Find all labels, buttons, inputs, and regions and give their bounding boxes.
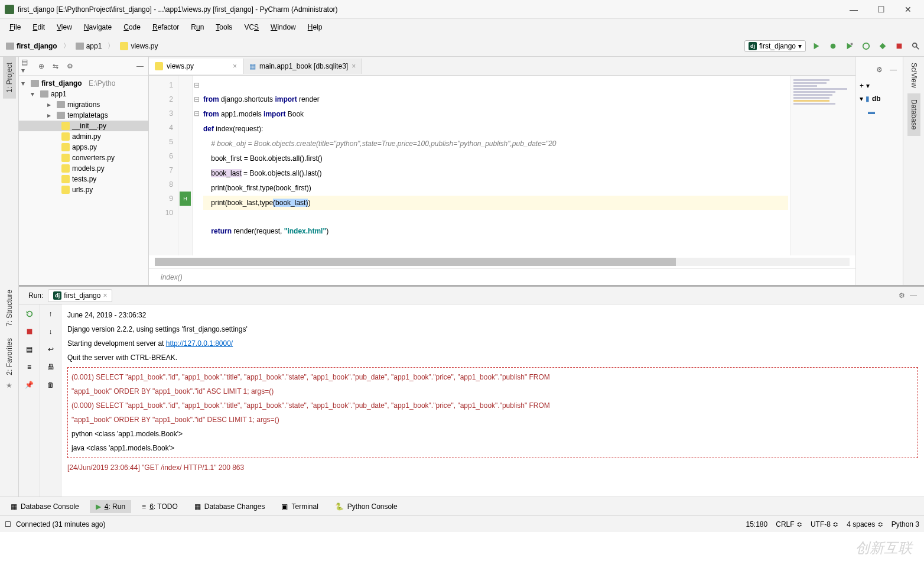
server-url-link[interactable]: http://127.0.0.1:8000/: [166, 339, 233, 348]
tab-views[interactable]: views.py×: [149, 59, 243, 74]
status-icon[interactable]: ☐: [5, 520, 11, 528]
rerun-button[interactable]: [24, 308, 35, 320]
menu-edit[interactable]: Edit: [28, 21, 50, 33]
btab-db-changes[interactable]: ▦Database Changes: [188, 500, 271, 513]
collapse-icon[interactable]: ⇆: [50, 60, 61, 72]
profile-button[interactable]: [860, 40, 872, 52]
tree-migrations-label: migrations: [67, 100, 100, 109]
tab-sciview[interactable]: SciView: [907, 57, 920, 93]
run-coverage-button[interactable]: [844, 40, 855, 52]
hide-panel-button[interactable]: —: [134, 60, 146, 72]
tree-root[interactable]: ▾first_django E:\Pytho: [19, 78, 148, 89]
layout-icon[interactable]: ▤: [24, 343, 35, 355]
close-icon[interactable]: ×: [233, 62, 237, 70]
crumb-pkg[interactable]: app1: [72, 41, 106, 51]
menu-window[interactable]: Window: [266, 21, 301, 33]
run-output[interactable]: June 24, 2019 - 23:06:32 Django version …: [61, 304, 924, 497]
t: from: [203, 95, 219, 103]
status-encoding[interactable]: UTF-8 ≎: [811, 520, 838, 528]
right-toolbar: —: [860, 60, 899, 79]
t: book_first = Book.objects.all().first(): [203, 154, 323, 163]
stop-button[interactable]: [24, 326, 35, 338]
run-button[interactable]: [811, 40, 822, 52]
menu-code[interactable]: Code: [119, 21, 145, 33]
btab-terminal[interactable]: ▣Terminal: [275, 500, 324, 513]
status-line-sep[interactable]: CRLF ≎: [776, 520, 802, 528]
schema-node[interactable]: ▬: [860, 105, 899, 118]
close-icon[interactable]: ×: [352, 62, 356, 70]
pin-icon[interactable]: 📌: [24, 379, 35, 391]
down-arrow-icon[interactable]: ↓: [45, 326, 57, 338]
btab-python-console[interactable]: 🐍Python Console: [329, 500, 404, 513]
db-node[interactable]: ▾▮db: [860, 92, 899, 105]
print-icon[interactable]: 🖶: [45, 361, 57, 373]
scrollbar-thumb[interactable]: [155, 258, 676, 266]
minimize-button[interactable]: —: [847, 3, 860, 16]
status-indent[interactable]: 4 spaces ≎: [847, 520, 883, 528]
tab-favorites[interactable]: 2: Favorites: [3, 332, 16, 381]
tree-urls[interactable]: urls.py: [19, 184, 148, 195]
tree-admin[interactable]: admin.py: [19, 131, 148, 142]
menu-view[interactable]: View: [52, 21, 77, 33]
btab-run[interactable]: ▶4: Run: [90, 500, 131, 513]
ln: 6: [149, 149, 173, 163]
gutter-icons: H: [178, 76, 193, 255]
tree-converters-label: converters.py: [72, 154, 115, 162]
maximize-button[interactable]: ☐: [874, 3, 887, 16]
status-interpreter[interactable]: Python 3: [892, 520, 919, 528]
menu-refactor[interactable]: Refactor: [148, 21, 184, 33]
tab-structure[interactable]: 7: Structure: [3, 284, 16, 332]
tree-tests[interactable]: tests.py: [19, 174, 148, 184]
menu-run[interactable]: Run: [186, 21, 209, 33]
wrap-icon[interactable]: ↩: [45, 343, 57, 355]
code-breadcrumb[interactable]: index(): [149, 268, 855, 285]
fold-marks[interactable]: ⊟⊟⊟: [193, 76, 201, 255]
tab-project[interactable]: 1: Project: [3, 57, 16, 99]
trash-icon[interactable]: 🗑: [45, 379, 57, 391]
t: print(book_last,: [203, 199, 259, 207]
minimap[interactable]: [790, 76, 855, 255]
up-arrow-icon[interactable]: ↑: [45, 308, 57, 320]
code-area[interactable]: from django.shortcuts import render from…: [201, 76, 790, 255]
editor-body[interactable]: 1 2 3 4 5 6 7 8 9 10 H ⊟⊟⊟ from django.s…: [149, 76, 855, 255]
filter-icon[interactable]: ≡: [24, 361, 35, 373]
btab-todo[interactable]: ≡6: TODO: [136, 500, 184, 513]
crumb-root[interactable]: first_django: [2, 41, 61, 51]
close-button[interactable]: ✕: [902, 3, 915, 16]
tree-app1[interactable]: ▾app1: [19, 89, 148, 99]
t: render(request,: [232, 227, 284, 235]
run-config-selector[interactable]: dj first_django ▾: [744, 40, 806, 52]
tree-converters[interactable]: converters.py: [19, 153, 148, 163]
menu-file[interactable]: File: [5, 21, 25, 33]
menu-navigate[interactable]: Navigate: [79, 21, 116, 33]
tree-apps[interactable]: apps.py: [19, 142, 148, 153]
tree-root-label: first_django: [41, 79, 82, 87]
debug-button[interactable]: [827, 40, 839, 52]
gear-icon[interactable]: [64, 60, 76, 72]
t: type: [259, 199, 273, 207]
menu-help[interactable]: Help: [303, 21, 327, 33]
tree-init[interactable]: __init__.py: [19, 121, 148, 131]
crumb-file[interactable]: views.py: [116, 41, 161, 51]
status-caret-pos[interactable]: 15:180: [746, 520, 768, 528]
hide-panel-button[interactable]: —: [887, 64, 899, 76]
tab-database[interactable]: Database: [907, 93, 920, 135]
btab-db-console[interactable]: ▦Database Console: [5, 500, 85, 513]
gear-icon[interactable]: [873, 64, 885, 76]
btab-label: 4: Run: [105, 502, 125, 511]
project-dropdown[interactable]: ▤ ▾: [21, 60, 33, 72]
search-button[interactable]: [910, 40, 922, 52]
project-tree[interactable]: ▾first_django E:\Pytho ▾app1 ▸migrations…: [19, 76, 148, 285]
menu-tools[interactable]: Tools: [211, 21, 237, 33]
locate-icon[interactable]: ⊕: [35, 60, 47, 72]
menu-vcs[interactable]: VCS: [239, 21, 263, 33]
attach-button[interactable]: [877, 40, 889, 52]
tree-migrations[interactable]: ▸migrations: [19, 99, 148, 110]
database-icon: ▦: [11, 502, 17, 511]
horizontal-scrollbar[interactable]: [155, 258, 850, 266]
tab-db[interactable]: ▦main.app1_book [db.sqlite3]×: [243, 59, 362, 74]
add-datasource[interactable]: +▾: [860, 79, 899, 92]
tree-models[interactable]: models.py: [19, 163, 148, 174]
tree-templatetags[interactable]: ▸templatetags: [19, 110, 148, 121]
stop-button[interactable]: [893, 40, 905, 52]
